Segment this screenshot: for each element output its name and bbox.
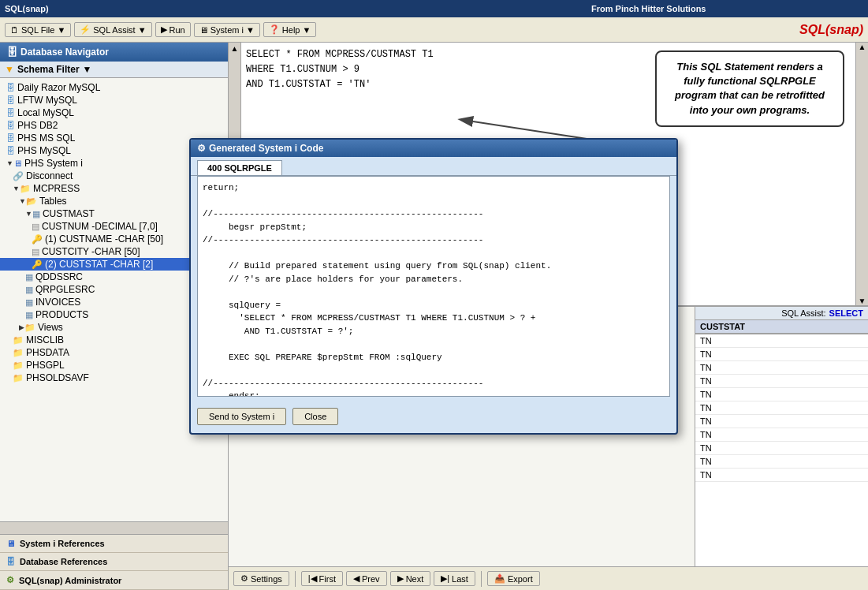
key-icon2: 🔑 (32, 260, 43, 270)
schema-icon5: 📁 (13, 373, 24, 383)
col-icon2: ▤ (32, 247, 39, 257)
settings-button[interactable]: ⚙ Settings (233, 571, 289, 586)
export-button[interactable]: 📤 Export (487, 571, 540, 586)
dialog-code-text: return; //------------------------------… (203, 181, 665, 397)
system-i-tree-icon: 🖥 (13, 159, 22, 168)
sql-snap-admin-button[interactable]: ⚙ SQL(snap) Administrator (0, 571, 228, 590)
separator (295, 571, 296, 587)
scroll-up-arrow2: ▲ (859, 43, 866, 51)
db-icon: 🗄 (6, 83, 15, 92)
dialog-footer: Send to System i Close (191, 403, 676, 433)
result-row: TN (695, 401, 868, 415)
help-icon: ❓ (269, 24, 280, 35)
table-icon3: ▦ (25, 285, 33, 295)
db-icon5: 🗄 (6, 133, 15, 143)
key-icon: 🔑 (32, 234, 43, 245)
db-icon2: 🗄 (6, 95, 15, 105)
tree-item-phs-db2[interactable]: 🗄 PHS DB2 (0, 119, 228, 132)
link-icon: 🔗 (13, 171, 24, 181)
dialog-titlebar: ⚙ Generated System i Code (191, 140, 676, 157)
next-icon: ▶ (397, 573, 404, 584)
sql-assist-button[interactable]: ⚡ SQL Assist ▼ (74, 22, 151, 37)
database-navigator-icon: 🗄 (6, 46, 17, 58)
result-row: TN (695, 469, 868, 482)
run-button[interactable]: ▶ Run (155, 22, 191, 37)
results-data: TN TN TN TN TN TN TN TN TN TN TN (695, 334, 868, 566)
expand-icon: ▼ (6, 159, 13, 167)
sql-assist-icon: ⚡ (80, 24, 91, 35)
folder-icon2: 📁 (24, 323, 35, 333)
prev-icon: ◀ (353, 573, 359, 584)
schema-icon2: 📁 (13, 335, 24, 345)
col-icon: ▤ (32, 222, 39, 232)
run-icon: ▶ (161, 24, 167, 35)
sql-file-icon: 🗒 (10, 25, 19, 35)
folder-icon: 📂 (26, 196, 37, 207)
expand-icon5: ▶ (19, 323, 24, 331)
expand-icon3: ▼ (19, 197, 26, 205)
database-references-button[interactable]: 🗄 Database References (0, 553, 228, 571)
send-to-system-i-button[interactable]: Send to System i (197, 408, 286, 425)
app-title-right: From Pinch Hitter Solutions (434, 4, 864, 13)
tree-item-daily-razor[interactable]: 🗄 Daily Razor MySQL (0, 81, 228, 94)
next-button[interactable]: ▶ Next (390, 571, 431, 586)
filter-icon: ▼ (5, 64, 14, 75)
schema-icon4: 📁 (13, 360, 24, 371)
schema-filter: ▼ Schema Filter ▼ (0, 62, 228, 78)
tree-item-lftw[interactable]: 🗄 LFTW MySQL (0, 94, 228, 106)
dialog-code-content[interactable]: return; //------------------------------… (197, 176, 670, 397)
schema-icon: 📁 (20, 184, 31, 194)
settings-icon: ⚙ (240, 573, 248, 584)
chevron-down-icon2: ▼ (138, 25, 147, 35)
result-row: TN (695, 428, 868, 442)
dialog-tabs: 400 SQLRPGLE (191, 157, 676, 176)
sidebar-horizontal-scrollbar[interactable] (0, 521, 228, 534)
chevron-down-icon5: ▼ (83, 64, 92, 75)
scroll-up-arrow: ▲ (231, 44, 239, 53)
app-title-left: SQL(snap) (5, 4, 434, 13)
dialog-tab-400-sqlrpgle[interactable]: 400 SQLRPGLE (197, 160, 282, 175)
first-icon: |◀ (308, 573, 317, 584)
table-icon5: ▦ (25, 310, 33, 320)
title-bar: SQL(snap) From Pinch Hitter Solutions (0, 0, 868, 17)
callout-box: This SQL Statement renders a fully funct… (655, 50, 844, 127)
result-row: TN (695, 348, 868, 361)
generated-code-dialog[interactable]: ⚙ Generated System i Code 400 SQLRPGLE r… (189, 138, 678, 435)
first-button[interactable]: |◀ First (301, 571, 343, 586)
result-row: TN (695, 415, 868, 428)
tree-item-local-mysql[interactable]: 🗄 Local MySQL (0, 106, 228, 119)
results-right: SQL Assist: SELECT CUSTSTAT TN TN TN TN … (695, 307, 868, 566)
close-dialog-button[interactable]: Close (292, 408, 338, 425)
chevron-down-icon4: ▼ (302, 25, 311, 35)
expand-icon2: ▼ (13, 185, 20, 192)
admin-icon: ⚙ (6, 575, 14, 585)
db-ref-icon: 🗄 (6, 557, 15, 566)
table-icon4: ▦ (25, 297, 33, 308)
db-icon3: 🗄 (6, 108, 15, 118)
sql-file-button[interactable]: 🗒 SQL File ▼ (5, 23, 71, 37)
sidebar-bottom: 🖥 System i References 🗄 Database Referen… (0, 534, 228, 590)
results-header: SQL Assist: SELECT (695, 307, 868, 320)
result-row: TN (695, 442, 868, 455)
table-icon2: ▦ (25, 272, 33, 282)
chevron-down-icon3: ▼ (246, 25, 255, 35)
result-row: TN (695, 388, 868, 401)
prev-button[interactable]: ◀ Prev (346, 571, 387, 586)
separator2 (481, 571, 482, 587)
table-icon: ▦ (32, 209, 40, 219)
export-icon: 📤 (494, 573, 505, 584)
system-i-button[interactable]: 🖥 System i ▼ (194, 23, 260, 37)
schema-icon3: 📁 (13, 348, 24, 358)
brand-label: SQL(snap) (799, 23, 863, 37)
chevron-down-icon: ▼ (57, 25, 65, 35)
system-i-references-button[interactable]: 🖥 System i References (0, 535, 228, 553)
expand-icon4: ▼ (25, 210, 32, 218)
last-button[interactable]: ▶| Last (434, 571, 475, 586)
last-icon: ▶| (441, 573, 449, 584)
result-row: TN (695, 375, 868, 388)
help-button[interactable]: ❓ Help ▼ (263, 22, 317, 37)
result-row: TN (695, 361, 868, 375)
sidebar-header: 🗄 Database Navigator (0, 43, 228, 62)
sql-right-scroll[interactable]: ▲ ▼ (855, 43, 868, 305)
dialog-title-icon: ⚙ (197, 143, 206, 154)
